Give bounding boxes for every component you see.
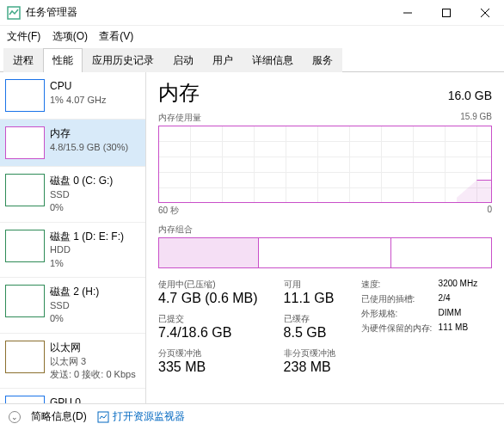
sidebar-sub2: 1%	[50, 257, 140, 270]
nonpaged-value: 238 MB	[284, 359, 335, 375]
graph-x-left: 60 秒	[158, 205, 179, 217]
tab-performance[interactable]: 性能	[43, 48, 83, 72]
kv-key: 速度:	[361, 279, 439, 291]
sidebar-sub: SSD	[50, 299, 140, 312]
cached-label: 已缓存	[284, 313, 335, 325]
open-resource-monitor-link[interactable]: 打开资源监视器	[97, 409, 185, 424]
kv-key: 外形规格:	[361, 308, 439, 320]
in-use-value: 4.7 GB (0.6 MB)	[158, 291, 258, 306]
sidebar-label: CPU	[50, 79, 140, 94]
graph-x-right: 0	[487, 205, 492, 217]
sidebar-sub: 以太网 3	[50, 355, 140, 368]
disk-thumb	[5, 285, 45, 317]
sidebar-item-memory[interactable]: 内存4.8/15.9 GB (30%)	[0, 120, 145, 167]
chevron-down-icon[interactable]: ⌄	[9, 411, 21, 423]
usage-graph-label: 内存使用量	[158, 112, 201, 124]
monitor-icon	[97, 411, 109, 423]
menu-file[interactable]: 文件(F)	[7, 30, 40, 42]
menu-view[interactable]: 查看(V)	[99, 30, 133, 42]
committed-value: 7.4/18.6 GB	[158, 325, 258, 341]
menu-options[interactable]: 选项(O)	[52, 30, 88, 42]
tab-users[interactable]: 用户	[203, 48, 243, 72]
comp-seg-free	[391, 238, 491, 267]
memory-thumb	[5, 126, 45, 159]
kv-val: DIMM	[439, 308, 462, 320]
sidebar-sub: 4.8/15.9 GB (30%)	[50, 141, 140, 154]
footer: ⌄ 简略信息(D) 打开资源监视器	[0, 403, 504, 429]
tab-startup[interactable]: 启动	[163, 48, 203, 72]
composition-bar	[158, 237, 492, 268]
kv-key: 为硬件保留的内存:	[361, 322, 439, 335]
sidebar-item-ethernet[interactable]: 以太网以太网 3发送: 0 接收: 0 Kbps	[0, 334, 145, 390]
minimize-button[interactable]	[388, 0, 427, 26]
sidebar-label: 磁盘 2 (H:)	[50, 285, 140, 299]
sidebar-label: 磁盘 0 (C: G:)	[50, 174, 140, 188]
disk-thumb	[5, 174, 45, 206]
net-thumb	[5, 341, 45, 373]
paged-value: 335 MB	[158, 359, 258, 375]
sidebar-label: GPU 0	[50, 396, 140, 403]
maximize-button[interactable]	[427, 0, 465, 26]
close-button[interactable]	[465, 0, 504, 26]
kv-val: 3200 MHz	[439, 279, 478, 291]
sidebar-sub: HDD	[50, 243, 140, 256]
tab-apphistory[interactable]: 应用历史记录	[83, 48, 163, 72]
avail-value: 11.1 GB	[284, 291, 335, 306]
sidebar-sub2: 发送: 0 接收: 0 Kbps	[50, 368, 140, 381]
window-title: 任务管理器	[26, 5, 388, 20]
tab-bar: 进程 性能 应用历史记录 启动 用户 详细信息 服务	[0, 47, 504, 72]
sidebar-label: 以太网	[50, 341, 140, 355]
sidebar-item-cpu[interactable]: CPU1% 4.07 GHz	[0, 72, 145, 120]
fewer-details-button[interactable]: 简略信息(D)	[31, 409, 87, 424]
kv-val: 111 MB	[439, 322, 468, 335]
comp-seg-cached	[259, 238, 391, 267]
memory-specs: 速度:3200 MHz 已使用的插槽:2/4 外形规格:DIMM 为硬件保留的内…	[361, 279, 478, 375]
gpu-thumb	[5, 396, 45, 403]
memory-total: 16.0 GB	[448, 89, 492, 102]
sidebar-sub2: 0%	[50, 312, 140, 325]
disk-thumb	[5, 230, 45, 262]
svg-rect-2	[442, 9, 450, 16]
sidebar-item-gpu0[interactable]: GPU 0NVIDIA GeForce ...0% (47 °C)	[0, 389, 145, 403]
sidebar: CPU1% 4.07 GHz 内存4.8/15.9 GB (30%) 磁盘 0 …	[0, 72, 146, 403]
nonpaged-label: 非分页缓冲池	[284, 347, 335, 359]
paged-label: 分页缓冲池	[158, 347, 258, 359]
composition-label: 内存组合	[158, 224, 492, 236]
monitor-link-label: 打开资源监视器	[113, 409, 185, 424]
cached-value: 8.5 GB	[284, 325, 335, 341]
avail-label: 可用	[284, 279, 335, 291]
kv-key: 已使用的插槽:	[361, 293, 439, 305]
sidebar-label: 磁盘 1 (D: E: F:)	[50, 230, 140, 244]
titlebar: 任务管理器	[0, 0, 504, 26]
sidebar-sub: SSD	[50, 188, 140, 201]
cpu-thumb	[5, 79, 45, 112]
sidebar-item-disk0[interactable]: 磁盘 0 (C: G:)SSD0%	[0, 167, 145, 223]
detail-title: 内存	[158, 79, 200, 107]
sidebar-item-disk1[interactable]: 磁盘 1 (D: E: F:)HDD1%	[0, 223, 145, 279]
tab-services[interactable]: 服务	[303, 48, 342, 72]
sidebar-sub: 1% 4.07 GHz	[50, 94, 140, 107]
usage-graph	[158, 126, 492, 203]
tab-details[interactable]: 详细信息	[243, 48, 303, 72]
tab-processes[interactable]: 进程	[3, 48, 43, 72]
sidebar-sub2: 0%	[50, 201, 140, 214]
in-use-label: 使用中(已压缩)	[158, 279, 258, 291]
sidebar-item-disk2[interactable]: 磁盘 2 (H:)SSD0%	[0, 278, 145, 334]
app-icon	[7, 6, 21, 20]
kv-val: 2/4	[439, 293, 451, 305]
comp-seg-inuse	[159, 238, 259, 267]
usage-graph-max: 15.9 GB	[460, 112, 492, 124]
menubar: 文件(F) 选项(O) 查看(V)	[0, 26, 504, 47]
committed-label: 已提交	[158, 313, 258, 325]
sidebar-label: 内存	[50, 126, 140, 141]
detail-panel: 内存 16.0 GB 内存使用量 15.9 GB 60 秒 0 内存组合 使用中…	[146, 72, 504, 403]
